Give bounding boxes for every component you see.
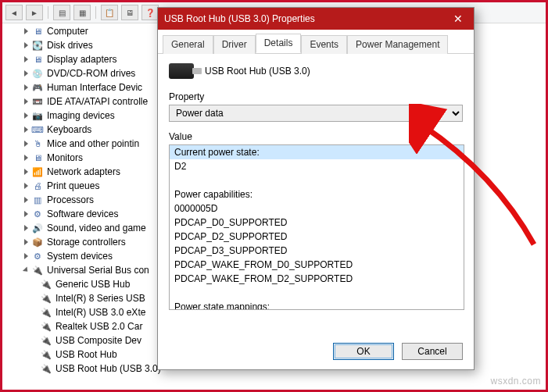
value-label: Value (169, 131, 463, 142)
device-icon: 📷 (31, 109, 44, 122)
property-select[interactable]: Power data (169, 105, 463, 122)
value-row[interactable]: D2 (170, 159, 464, 173)
value-row[interactable]: Current power state: (170, 145, 464, 159)
value-row[interactable]: 0000005D (170, 201, 464, 216)
usb-child-icon: 🔌 (40, 362, 52, 375)
toolbar-icon-2[interactable]: ▦ (73, 5, 91, 20)
tab-power-management[interactable]: Power Management (347, 35, 448, 54)
device-icon: 🖱 (31, 137, 44, 150)
toolbar-icon-1[interactable]: ▤ (53, 5, 70, 20)
toolbar-icon-4[interactable]: 🖥 (121, 5, 138, 20)
close-icon[interactable]: ✕ (442, 8, 474, 30)
usb-child-icon: 🔌 (40, 306, 52, 319)
device-icon: 🖥 (31, 53, 44, 66)
device-icon: ⚙ (31, 250, 44, 262)
value-row[interactable]: PDCAP_D2_SUPPORTED (170, 230, 464, 244)
value-row[interactable]: PDCAP_WAKE_FROM_D2_SUPPORTED (170, 272, 464, 286)
value-row[interactable]: Power state mappings: (170, 300, 464, 310)
usb-child-icon: 🔌 (40, 320, 52, 333)
device-icon: 🎮 (31, 81, 44, 94)
device-icon: 💽 (31, 39, 44, 52)
toolbar-icon-5[interactable]: ❓ (141, 5, 159, 20)
value-row[interactable]: PDCAP_D0_SUPPORTED (170, 216, 464, 230)
device-icon: 🔊 (31, 222, 44, 234)
value-listbox[interactable]: Current power state:D2 Power capabilitie… (169, 144, 464, 310)
value-row[interactable]: PDCAP_WAKE_FROM_D0_SUPPORTED (170, 258, 464, 272)
tab-general[interactable]: General (163, 35, 213, 54)
device-icon: 💿 (31, 67, 44, 80)
device-icon: ⚙ (31, 208, 44, 220)
value-row[interactable] (170, 173, 464, 187)
dialog-title: USB Root Hub (USB 3.0) Properties (164, 13, 442, 24)
cancel-button[interactable]: Cancel (402, 343, 463, 360)
usb-child-icon: 🔌 (40, 292, 52, 305)
tab-driver[interactable]: Driver (213, 35, 256, 54)
device-icon: 📦 (31, 236, 44, 248)
device-icon: 🖥 (31, 25, 44, 37)
value-row[interactable] (170, 286, 464, 300)
usb-child-icon: 🔌 (40, 348, 52, 361)
usb-child-icon: 🔌 (40, 278, 52, 290)
ok-button[interactable]: OK (333, 343, 394, 360)
device-icon: 🖨 (31, 180, 44, 192)
property-label: Property (169, 91, 463, 102)
device-name: USB Root Hub (USB 3.0) (205, 66, 310, 77)
device-icon: 📼 (31, 95, 44, 108)
value-row[interactable]: PDCAP_D3_SUPPORTED (170, 244, 464, 258)
value-row[interactable]: Power capabilities: (170, 187, 464, 201)
titlebar[interactable]: USB Root Hub (USB 3.0) Properties ✕ (158, 8, 474, 30)
properties-dialog: USB Root Hub (USB 3.0) Properties ✕ Gene… (157, 7, 475, 370)
device-icon: ▥ (31, 194, 44, 206)
usb-hub-icon (169, 63, 194, 79)
tab-strip: GeneralDriverDetailsEventsPower Manageme… (158, 30, 474, 54)
usb-child-icon: 🔌 (40, 334, 52, 347)
usb-icon: 🔌 (31, 264, 44, 276)
device-icon: ⌨ (31, 123, 44, 136)
nav-fwd-button[interactable]: ► (26, 5, 43, 20)
tab-events[interactable]: Events (301, 35, 347, 54)
device-icon: 📶 (31, 166, 44, 178)
device-icon: 🖥 (31, 151, 44, 164)
toolbar-icon-3[interactable]: 📋 (101, 5, 118, 20)
tab-details[interactable]: Details (256, 34, 302, 53)
nav-back-button[interactable]: ◄ (5, 5, 23, 20)
watermark: wsxdn.com (490, 376, 541, 387)
